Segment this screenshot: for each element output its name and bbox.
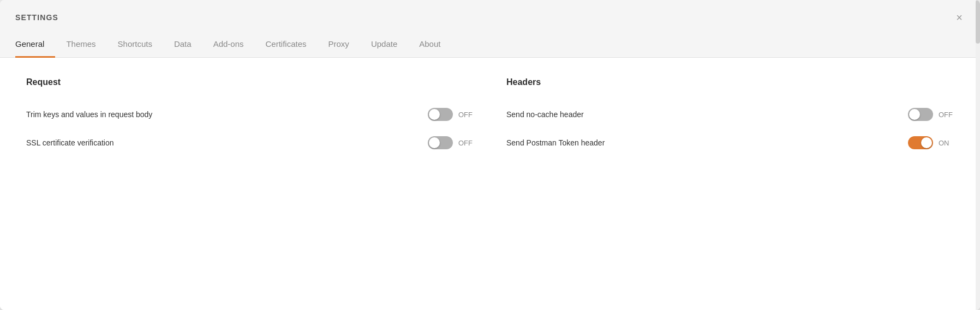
tab-addons[interactable]: Add-ons <box>202 33 255 58</box>
ssl-cert-row: SSL certificate verification OFF <box>26 129 474 157</box>
no-cache-state: OFF <box>939 111 954 119</box>
no-cache-row: Send no-cache header OFF <box>506 100 954 129</box>
ssl-cert-toggle[interactable] <box>428 136 453 149</box>
request-section-title: Request <box>26 77 474 87</box>
ssl-cert-label: SSL certificate verification <box>26 138 114 147</box>
content-area: Request Trim keys and values in request … <box>0 58 980 310</box>
trim-keys-toggle[interactable] <box>428 108 453 121</box>
trim-keys-state: OFF <box>458 111 474 119</box>
tab-themes[interactable]: Themes <box>55 33 106 58</box>
trim-keys-toggle-container: OFF <box>428 108 474 121</box>
ssl-cert-state: OFF <box>458 139 474 147</box>
ssl-cert-toggle-container: OFF <box>428 136 474 149</box>
trim-keys-toggle-knob <box>429 109 440 120</box>
postman-token-state: ON <box>939 139 954 147</box>
headers-section: Headers Send no-cache header OFF Send Po… <box>506 77 954 157</box>
tab-certificates[interactable]: Certificates <box>255 33 318 58</box>
tab-proxy[interactable]: Proxy <box>318 33 360 58</box>
postman-token-toggle-container: ON <box>908 136 954 149</box>
postman-token-label: Send Postman Token header <box>506 138 605 147</box>
trim-keys-row: Trim keys and values in request body OFF <box>26 100 474 129</box>
postman-token-toggle-knob <box>921 137 932 148</box>
headers-section-title: Headers <box>506 77 954 87</box>
tab-update[interactable]: Update <box>360 33 408 58</box>
ssl-cert-toggle-knob <box>429 137 440 148</box>
close-button[interactable]: × <box>954 10 965 25</box>
no-cache-toggle[interactable] <box>908 108 933 121</box>
tab-general[interactable]: General <box>15 33 55 58</box>
tab-shortcuts[interactable]: Shortcuts <box>107 33 163 58</box>
tab-about[interactable]: About <box>408 33 451 58</box>
postman-token-row: Send Postman Token header ON <box>506 129 954 157</box>
settings-window: SETTINGS × General Themes Shortcuts Data… <box>0 0 980 310</box>
scrollbar-track[interactable] <box>976 0 980 310</box>
scrollbar-thumb[interactable] <box>976 0 980 44</box>
trim-keys-label: Trim keys and values in request body <box>26 110 152 119</box>
postman-token-toggle[interactable] <box>908 136 933 149</box>
no-cache-toggle-container: OFF <box>908 108 954 121</box>
window-title: SETTINGS <box>15 13 58 22</box>
no-cache-label: Send no-cache header <box>506 110 584 119</box>
title-bar: SETTINGS × <box>0 0 980 33</box>
tab-data[interactable]: Data <box>163 33 202 58</box>
request-section: Request Trim keys and values in request … <box>26 77 474 157</box>
no-cache-toggle-knob <box>909 109 920 120</box>
tabs-bar: General Themes Shortcuts Data Add-ons Ce… <box>0 33 980 58</box>
